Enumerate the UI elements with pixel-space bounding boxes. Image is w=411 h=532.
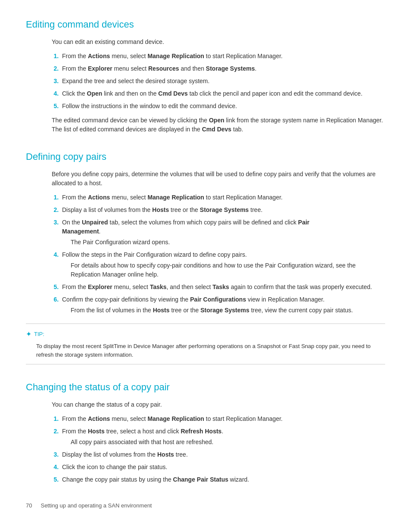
tip-label: ✦ TIP: (26, 329, 385, 339)
section-title-changing: Changing the status of a copy pair (26, 380, 385, 394)
step-editing-2: From the Explorer menu select Resources … (60, 64, 385, 73)
step-changing-4: Click the icon to change the pair status… (60, 463, 385, 472)
step-defining-5: From the Explorer menu, select Tasks, an… (60, 283, 385, 292)
section-defining-copy-pairs: Defining copy pairs Before you define co… (26, 149, 385, 364)
footer-text: 70 Setting up and operating a SAN enviro… (26, 501, 385, 510)
editing-followup: The edited command device can be viewed … (52, 116, 385, 134)
step-defining-4-subnote: For details about how to specify copy-pa… (71, 261, 385, 279)
step-editing-5: Follow the instructions in the window to… (60, 102, 385, 111)
step-defining-4: Follow the steps in the Pair Configurati… (60, 250, 385, 279)
step-changing-2: From the Hosts tree, select a host and c… (60, 427, 385, 447)
step-changing-1: From the Actions menu, select Manage Rep… (60, 414, 385, 423)
step-defining-1: From the Actions menu, select Manage Rep… (60, 193, 385, 202)
intro-editing: You can edit an existing command device. (52, 37, 385, 47)
steps-editing: From the Actions menu, select Manage Rep… (52, 52, 385, 111)
step-defining-2: Display a list of volumes from the Hosts… (60, 205, 385, 215)
tip-content: To display the most recent SplitTime in … (36, 342, 385, 359)
section-title-editing: Editing command devices (26, 17, 385, 31)
section-title-defining: Defining copy pairs (26, 149, 385, 164)
steps-changing: From the Actions menu, select Manage Rep… (52, 414, 385, 484)
intro-changing: You can change the status of a copy pair… (52, 400, 385, 409)
step-changing-2-subnote: All copy pairs associated with that host… (71, 438, 385, 447)
step-defining-3-subnote: The Pair Configuration wizard opens. (71, 238, 385, 247)
step-editing-4: Click the Open link and then on the Cmd … (60, 89, 385, 98)
step-editing-1: From the Actions menu, select Manage Rep… (60, 52, 385, 61)
step-changing-3: Display the list of volumes from the Hos… (60, 450, 385, 459)
tip-box: ✦ TIP: To display the most recent SplitT… (26, 324, 385, 364)
step-changing-5: Change the copy pair status by using the… (60, 475, 385, 484)
page-number: 70 (26, 501, 32, 510)
footer: 70 Setting up and operating a SAN enviro… (26, 501, 385, 510)
tip-label-text: TIP: (34, 330, 44, 339)
intro-defining: Before you define copy pairs, determine … (52, 170, 385, 188)
step-defining-6-subnote: From the list of volumes in the Hosts tr… (71, 306, 385, 315)
step-editing-3: Expand the tree and select the desired s… (60, 77, 385, 86)
tip-icon: ✦ (26, 329, 31, 339)
step-defining-3: On the Unpaired tab, select the volumes … (60, 218, 385, 247)
footer-description: Setting up and operating a SAN environme… (40, 501, 152, 510)
section-editing-command-devices: Editing command devices You can edit an … (26, 17, 385, 134)
page-content: Editing command devices You can edit an … (26, 17, 385, 510)
section-changing-copy-pair: Changing the status of a copy pair You c… (26, 380, 385, 484)
steps-defining: From the Actions menu, select Manage Rep… (52, 193, 385, 315)
step-defining-6: Confirm the copy-pair definitions by vie… (60, 295, 385, 315)
